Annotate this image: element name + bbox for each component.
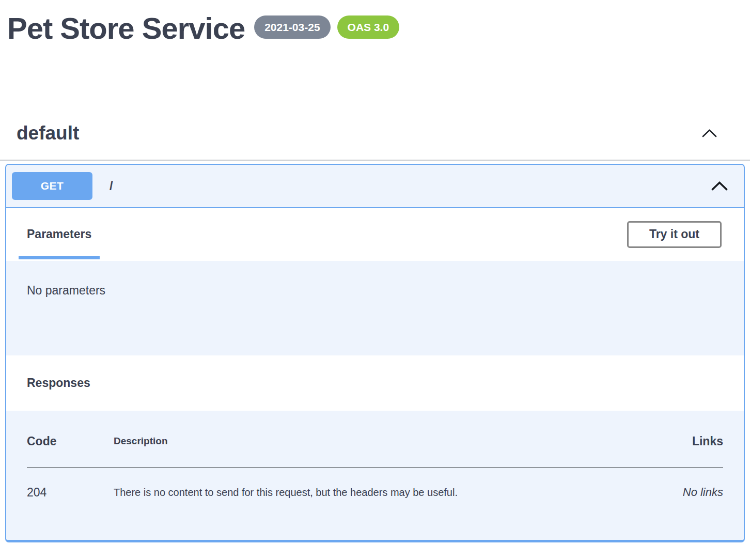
tag-section-default: default GET / Parameters T	[0, 122, 750, 542]
response-description: There is no content to send for this req…	[114, 486, 646, 499]
response-links: No links	[646, 486, 723, 499]
chevron-up-icon	[701, 131, 717, 139]
parameters-empty-section: No parameters	[6, 261, 744, 355]
opblock-get-root: GET / Parameters Try it out No parameter…	[5, 164, 745, 542]
operation-path: /	[110, 179, 113, 193]
responses-table-header: Code Description Links	[27, 434, 723, 468]
try-it-out-button[interactable]: Try it out	[627, 221, 722, 248]
page-title: Pet Store Service	[7, 11, 245, 46]
responses-table: Code Description Links 204 There is no c…	[6, 411, 744, 540]
responses-header: Responses	[6, 355, 744, 411]
responses-title: Responses	[27, 376, 90, 390]
response-code: 204	[27, 486, 114, 500]
operation-collapse-button[interactable]	[711, 181, 728, 191]
badge-group: 2021-03-25 OAS 3.0	[254, 15, 399, 39]
tag-title: default	[17, 122, 79, 144]
column-header-links: Links	[646, 434, 723, 448]
oas-badge: OAS 3.0	[337, 15, 400, 39]
tab-parameters[interactable]: Parameters	[19, 208, 100, 261]
no-parameters-message: No parameters	[27, 284, 105, 297]
version-badge: 2021-03-25	[254, 15, 330, 39]
opblock-summary[interactable]: GET /	[6, 165, 744, 208]
parameters-tab-row: Parameters Try it out	[6, 208, 744, 261]
tag-header-default[interactable]: default	[0, 122, 750, 161]
http-method-badge[interactable]: GET	[12, 172, 92, 200]
column-header-description: Description	[114, 434, 646, 447]
table-row: 204 There is no content to send for this…	[27, 468, 723, 500]
column-header-code: Code	[27, 434, 114, 448]
app-header: Pet Store Service 2021-03-25 OAS 3.0	[0, 0, 750, 46]
section-collapse-button[interactable]	[701, 129, 717, 137]
chevron-up-icon	[711, 184, 728, 192]
